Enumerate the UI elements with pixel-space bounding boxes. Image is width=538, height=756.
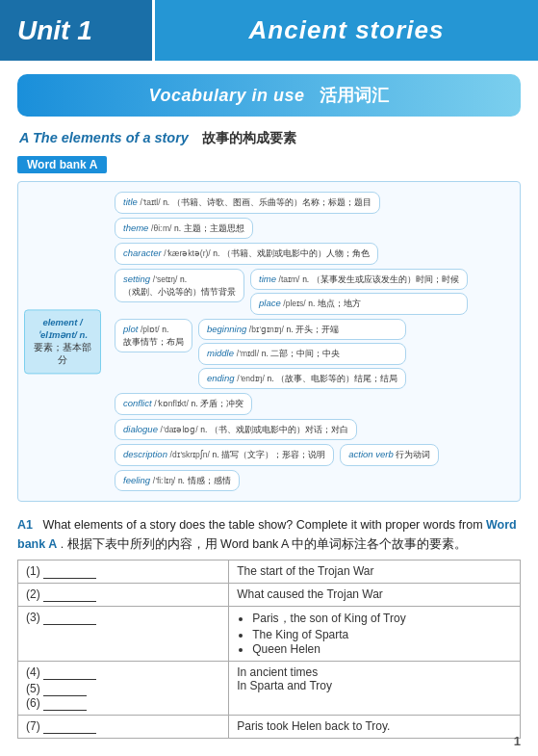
card-ending: ending /ˈendɪŋ/ n. （故事、电影等的）结尾；结局 xyxy=(198,368,406,390)
word-row-dialogue: dialogue /ˈdaɪəlɒɡ/ n. （书、戏剧或电影中的）对话；对白 xyxy=(115,419,512,441)
element-en: element /ˈelɪmənt/ n. xyxy=(31,316,94,342)
blank-4 xyxy=(43,665,96,680)
blank-1-label: (1) xyxy=(26,564,43,578)
table-cell-right: What caused the Trojan War xyxy=(229,584,521,607)
chapter-title: Ancient stories xyxy=(155,0,538,61)
table-row: (2) What caused the Trojan War xyxy=(18,584,521,607)
row4-sub-items: (5) (6) xyxy=(26,682,220,711)
table-cell-right: Paris，the son of King of Troy The King o… xyxy=(229,607,521,662)
word-row-character: character /ˈkærəktə(r)/ n. （书籍、戏剧或电影中的）人… xyxy=(115,243,512,265)
card-character: character /ˈkærəktə(r)/ n. （书籍、戏剧或电影中的）人… xyxy=(115,243,378,265)
blank-3 xyxy=(43,611,96,625)
word-row-title: title /ˈtaɪtl/ n. （书籍、诗歌、图画、乐曲等的）名称；标题；题… xyxy=(115,192,512,214)
word-row-setting: setting /ˈsetɪŋ/ n. （戏剧、小说等的）情节背景 time /… xyxy=(115,269,512,315)
table-row: (7) Paris took Helen back to Troy. xyxy=(18,716,521,739)
card-conflict: conflict /ˈkɒnflɪkt/ n. 矛盾；冲突 xyxy=(115,393,252,415)
blank-4-label: (4) xyxy=(26,665,43,679)
row4-left: (4) xyxy=(26,665,220,680)
card-beginning: beginning /bɪˈɡɪnɪŋ/ n. 开头；开端 xyxy=(198,319,406,341)
table-row: (1) The start of the Trojan War xyxy=(18,560,521,584)
blank-2-label: (2) xyxy=(26,587,43,601)
setting-sub-cards: time /taɪm/ n. （某事发生或应该发生的）时间；时候 place /… xyxy=(250,269,468,315)
vocab-cn-label: 活用词汇 xyxy=(320,84,389,107)
section-a-cn: 故事的构成要素 xyxy=(202,130,296,145)
a1-instruction-text: What elements of a story does the table … xyxy=(42,518,486,532)
card-plot: plot /plɒt/ n. 故事情节；布局 xyxy=(115,319,192,353)
vocab-banner: Vocabulary in use 活用词汇 xyxy=(17,74,521,117)
row3-bullets: Paris，the son of King of Troy The King o… xyxy=(237,611,512,656)
word-row-theme: theme /θiːm/ n. 主题；主题思想 xyxy=(115,218,512,240)
section-a-en: A The elements of a story xyxy=(19,130,189,145)
blank-6 xyxy=(43,696,87,711)
table-cell-left: (7) xyxy=(18,716,229,739)
table-cell-right: In ancient times In Sparta and Troy xyxy=(229,662,521,716)
word-bank-box: element /ˈelɪmənt/ n. 要素；基本部分 title /ˈta… xyxy=(17,181,521,502)
table-cell-right: The start of the Trojan War xyxy=(229,560,521,584)
table-cell-left: (1) xyxy=(18,560,229,584)
word-row-feeling: feeling /ˈfiːlɪŋ/ n. 情感；感情 xyxy=(115,470,512,492)
blank-2 xyxy=(43,587,96,602)
table-cell-left: (3) xyxy=(18,607,229,662)
main-content: Vocabulary in use 活用词汇 A The elements of… xyxy=(0,61,538,756)
row1-right: The start of the Trojan War xyxy=(237,564,373,578)
word-bank-label: Word bank A xyxy=(17,156,107,173)
blank-7 xyxy=(43,719,96,734)
card-place: place /pleɪs/ n. 地点；地方 xyxy=(250,293,468,315)
page-header: Unit 1 Ancient stories xyxy=(0,0,538,61)
element-card: element /ˈelɪmənt/ n. 要素；基本部分 xyxy=(24,309,101,374)
plot-sub-cards: beginning /bɪˈɡɪnɪŋ/ n. 开头；开端 middle /ˈm… xyxy=(198,319,406,390)
page-number: 1 xyxy=(514,734,521,748)
blank-1 xyxy=(43,564,96,579)
a1-instruction-text2: . 根据下表中所列的内容，用 Word bank A 中的单词标注各个故事的要素… xyxy=(61,537,468,551)
card-dialogue: dialogue /ˈdaɪəlɒɡ/ n. （书、戏剧或电影中的）对话；对白 xyxy=(115,419,357,441)
a1-section: A1 What elements of a story does the tab… xyxy=(17,515,521,739)
card-title: title /ˈtaɪtl/ n. （书籍、诗歌、图画、乐曲等的）名称；标题；题… xyxy=(115,192,380,214)
a1-label: A1 xyxy=(17,518,33,532)
card-time: time /taɪm/ n. （某事发生或应该发生的）时间；时候 xyxy=(250,269,468,291)
blank-7-label: (7) xyxy=(26,719,43,733)
sub-item-6: (6) xyxy=(26,696,220,711)
table-row: (4) (5) (6) In ancient times xyxy=(18,662,521,716)
bullet-item: Paris，the son of King of Troy xyxy=(252,611,512,627)
card-description: description /dɪˈskrɪpʃn/ n. 描写（文字）；形容；说明 xyxy=(115,444,334,466)
card-theme: theme /θiːm/ n. 主题；主题思想 xyxy=(115,218,253,240)
row4-right2: In Sparta and Troy xyxy=(237,679,512,692)
word-row-plot: plot /plɒt/ n. 故事情节；布局 beginning /bɪˈɡɪn… xyxy=(115,319,512,390)
bullet-item: Queen Helen xyxy=(252,642,512,656)
card-middle: middle /ˈmɪdl/ n. 二部；中间；中央 xyxy=(198,343,406,365)
word-row-description: description /dɪˈskrɪpʃn/ n. 描写（文字）；形容；说明… xyxy=(115,444,512,466)
card-feeling: feeling /ˈfiːlɪŋ/ n. 情感；感情 xyxy=(115,470,240,492)
vocab-en-label: Vocabulary in use xyxy=(149,86,305,106)
table-cell-right: Paris took Helen back to Troy. xyxy=(229,716,521,739)
unit-label: Unit 1 xyxy=(0,0,155,61)
title-text: Ancient stories xyxy=(249,15,445,45)
element-cn: 要素；基本部分 xyxy=(31,342,94,368)
card-action-verb: action verb 行为动词 xyxy=(340,444,439,466)
blank-5 xyxy=(43,682,87,696)
sub-item-5: (5) xyxy=(26,682,220,696)
row7-right: Paris took Helen back to Troy. xyxy=(237,719,390,733)
table-row: (3) Paris，the son of King of Troy The Ki… xyxy=(18,607,521,662)
section-a-heading: A The elements of a story 故事的构成要素 xyxy=(17,130,521,147)
exercise-table: (1) The start of the Trojan War (2) What… xyxy=(17,560,521,739)
table-cell-left: (4) (5) (6) xyxy=(18,662,229,716)
word-row-conflict: conflict /ˈkɒnflɪkt/ n. 矛盾；冲突 xyxy=(115,393,512,415)
word-cards: title /ˈtaɪtl/ n. （书籍、诗歌、图画、乐曲等的）名称；标题；题… xyxy=(115,192,512,491)
bullet-item: The King of Sparta xyxy=(252,628,512,641)
a1-instruction: A1 What elements of a story does the tab… xyxy=(17,515,521,554)
card-setting: setting /ˈsetɪŋ/ n. （戏剧、小说等的）情节背景 xyxy=(115,269,244,303)
row4-right1: In ancient times xyxy=(237,665,512,679)
row2-right: What caused the Trojan War xyxy=(237,587,383,601)
blank-3-label: (3) xyxy=(26,611,43,624)
unit-text: Unit 1 xyxy=(17,15,92,46)
table-cell-left: (2) xyxy=(18,584,229,607)
